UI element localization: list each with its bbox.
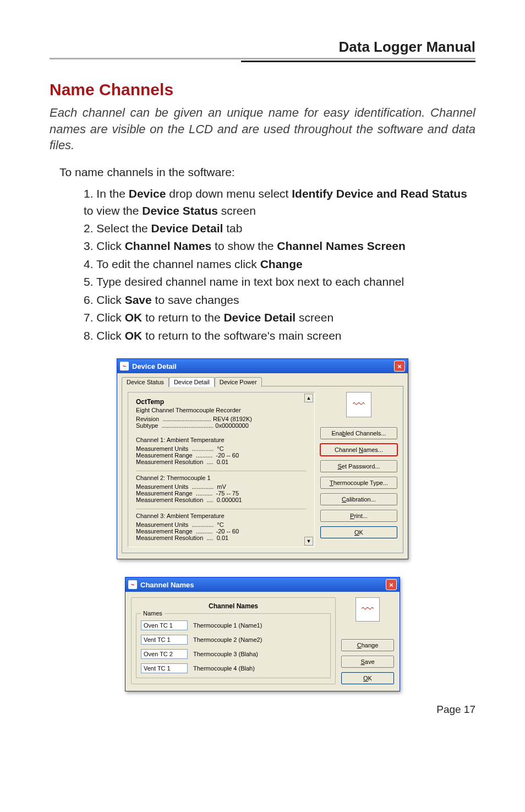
ok-button[interactable]: OK xyxy=(320,526,397,538)
name-row-3: Thermocouple 3 (Blaha) xyxy=(141,649,326,659)
panel-heading: Channel Names xyxy=(136,602,331,610)
scroll-up-icon[interactable]: ▲ xyxy=(304,394,313,402)
channel-2-units: Measurement Units ............. mV xyxy=(136,483,307,490)
step-1: 1. In the Device drop down menu select I… xyxy=(84,186,475,219)
app-icon: ~ xyxy=(120,362,129,370)
channel-2-res: Measurement Resolution .... 0.000001 xyxy=(136,497,307,503)
step-3: 3. Click Channel Names to show the Chann… xyxy=(84,238,475,254)
device-revision: Revision ............................. R… xyxy=(136,416,307,422)
window-title: Channel Names xyxy=(140,581,194,589)
channel-1-res: Measurement Resolution .... 0.01 xyxy=(136,459,307,465)
name-row-1: Thermocouple 1 (Name1) xyxy=(141,620,326,630)
tab-device-status[interactable]: Device Status xyxy=(122,377,169,387)
channel-2-range: Measurement Range .......... -75 -- 75 xyxy=(136,490,307,497)
device-desc: Eight Channel Thermocouple Recorder xyxy=(136,407,307,413)
set-password-button[interactable]: Set Password... xyxy=(320,460,397,472)
window-title: Device Detail xyxy=(132,362,177,370)
name-label-4: Thermocouple 4 (Blah) xyxy=(193,665,255,672)
channel-1-range: Measurement Range .......... -20 -- 60 xyxy=(136,452,307,459)
step-2: 2. Select the Device Detail tab xyxy=(84,220,475,237)
enabled-channels-button[interactable]: Enabled Channels... xyxy=(320,427,397,439)
logo-icon: 〰 xyxy=(356,597,380,622)
channel-3-units: Measurement Units ............. °C xyxy=(136,521,307,528)
fieldset-legend: Names xyxy=(141,610,165,617)
close-icon[interactable]: × xyxy=(386,579,397,590)
logo-icon: 〰 xyxy=(346,392,371,417)
titlebar[interactable]: ~Channel Names × xyxy=(125,577,400,592)
app-icon: ~ xyxy=(128,580,137,589)
names-panel: Channel Names Names Thermocouple 1 (Name… xyxy=(131,597,336,684)
detail-text-pane: ▲ OctTemp Eight Channel Thermocouple Rec… xyxy=(128,392,315,547)
channel-1-title: Channel 1: Ambient Temperature xyxy=(136,437,307,443)
button-column: 〰 Enabled Channels... Channel Names... S… xyxy=(320,392,397,547)
channel-3-range: Measurement Range .......... -20 -- 60 xyxy=(136,528,307,535)
channel-1-units: Measurement Units ............. °C xyxy=(136,445,307,452)
channel-3-title: Channel 3: Ambient Temperature xyxy=(136,509,307,519)
name-row-4: Thermocouple 4 (Blah) xyxy=(141,663,326,673)
ok-button[interactable]: OK xyxy=(341,672,394,684)
lead-line: To name channels in the software: xyxy=(59,166,475,179)
name-label-1: Thermocouple 1 (Name1) xyxy=(193,622,262,629)
channel-names-window: ~Channel Names × Channel Names Names The… xyxy=(125,577,400,691)
scroll-down-icon[interactable]: ▼ xyxy=(304,537,313,546)
tab-device-detail[interactable]: Device Detail xyxy=(169,377,215,387)
intro-paragraph: Each channel can be given an unique name… xyxy=(50,105,475,154)
page-header: Data Logger Manual xyxy=(50,39,475,59)
step-7: 7. Click OK to return to the Device Deta… xyxy=(84,309,475,326)
step-5: 5. Type desired channel name in text box… xyxy=(84,274,475,290)
thermocouple-type-button[interactable]: Thermocouple Type... xyxy=(320,477,397,489)
calibration-button[interactable]: Calibration... xyxy=(320,493,397,505)
name-label-2: Thermocouple 2 (Name2) xyxy=(193,636,262,643)
step-4: 4. To edit the channel names click Chang… xyxy=(84,256,475,273)
page-number: Page 17 xyxy=(50,704,475,716)
name-input-1[interactable] xyxy=(141,620,188,630)
name-input-3[interactable] xyxy=(141,649,188,659)
channel-2-title: Channel 2: Thermocouple 1 xyxy=(136,471,307,481)
name-input-2[interactable] xyxy=(141,635,188,645)
print-button[interactable]: Print... xyxy=(320,510,397,522)
name-input-4[interactable] xyxy=(141,663,188,673)
channel-names-button[interactable]: Channel Names... xyxy=(320,444,397,456)
device-subtype: Subtype ............................... … xyxy=(136,422,307,429)
step-6: 6. Click Save to save changes xyxy=(84,292,475,308)
save-button[interactable]: Save xyxy=(341,656,394,668)
steps-list: 1. In the Device drop down menu select I… xyxy=(50,186,475,344)
section-title: Name Channels xyxy=(50,80,475,99)
device-detail-window: ~Device Detail × Device Status Device De… xyxy=(117,358,408,559)
name-row-2: Thermocouple 2 (Name2) xyxy=(141,635,326,645)
close-icon[interactable]: × xyxy=(394,361,405,372)
button-column: 〰 Change Save OK xyxy=(341,597,394,684)
change-button[interactable]: Change xyxy=(341,639,394,651)
tab-device-power[interactable]: Device Power xyxy=(215,377,262,387)
tabs: Device Status Device Detail Device Power xyxy=(122,377,403,386)
name-label-3: Thermocouple 3 (Blaha) xyxy=(193,651,258,657)
titlebar[interactable]: ~Device Detail × xyxy=(117,359,408,373)
device-name: OctTemp xyxy=(136,398,307,406)
channel-3-res: Measurement Resolution .... 0.01 xyxy=(136,535,307,541)
step-8: 8. Click OK to return to the software's … xyxy=(84,328,475,344)
names-fieldset: Names Thermocouple 1 (Name1) Thermocoupl… xyxy=(136,613,331,678)
